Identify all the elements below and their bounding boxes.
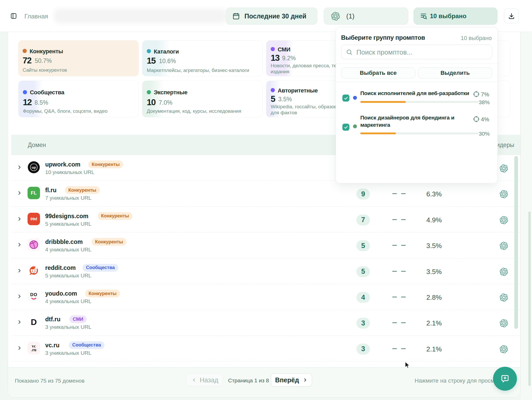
svg-text:up: up: [32, 165, 36, 169]
